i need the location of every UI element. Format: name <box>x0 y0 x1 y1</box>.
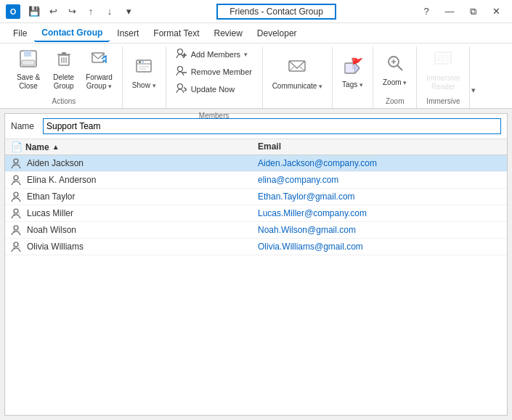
menu-contact-group[interactable]: Contact Group <box>34 25 110 42</box>
update-now-icon <box>176 83 187 96</box>
qat-more[interactable]: ▾ <box>121 4 137 20</box>
ribbon-immersive-buttons: ImmersiveReader <box>421 46 465 96</box>
contact-name: Noah Wilson <box>27 225 76 235</box>
name-column-header[interactable]: 📄 Name ▲ <box>11 141 258 152</box>
contact-name-cell: Olivia Williams <box>11 241 258 252</box>
qat-save[interactable]: 💾 <box>26 4 42 20</box>
add-members-arrow: ▾ <box>244 51 248 58</box>
name-input[interactable] <box>43 118 501 134</box>
window-title: Friends - Contact Group <box>216 4 336 20</box>
immersive-reader-icon <box>433 49 453 72</box>
tags-icon: 🚩 <box>343 58 363 78</box>
save-close-button[interactable]: Save &Close <box>10 47 46 92</box>
ribbon-group-communicate: Communicate ▾ <box>263 46 333 108</box>
members-label: Members <box>199 110 229 123</box>
ribbon-group-immersive: ImmersiveReader Immersive <box>417 46 470 108</box>
svg-rect-14 <box>142 61 144 63</box>
contact-name-cell: Elina K. Anderson <box>11 174 258 186</box>
remove-member-icon <box>176 65 187 79</box>
communicate-button[interactable]: Communicate ▾ <box>267 52 328 96</box>
add-members-label: Add Members <box>191 50 240 59</box>
table-header: 📄 Name ▲ Email <box>5 139 507 155</box>
minimize-button[interactable]: — <box>439 4 460 20</box>
svg-rect-23 <box>289 61 305 71</box>
svg-rect-13 <box>139 61 141 63</box>
title-bar: O 💾 ↩ ↪ ↑ ↓ ▾ Friends - Contact Group ? … <box>0 0 512 23</box>
menu-insert[interactable]: Insert <box>110 25 146 41</box>
menu-format-text[interactable]: Format Text <box>146 25 206 41</box>
title-center: Friends - Contact Group <box>137 4 416 20</box>
ribbon-communicate-buttons: Communicate ▾ <box>267 46 328 104</box>
qat-up[interactable]: ↑ <box>83 4 99 20</box>
communicate-label: Communicate ▾ <box>272 82 322 91</box>
table-row[interactable]: Elina K. Anderson elina@company.com <box>5 172 507 189</box>
ribbon-show-buttons: Show ▾ <box>127 46 161 104</box>
qat-undo[interactable]: ↩ <box>45 4 61 20</box>
immersive-reader-label: ImmersiveReader <box>426 74 460 91</box>
show-icon <box>134 57 153 79</box>
zoom-button[interactable]: Zoom ▾ <box>378 47 412 92</box>
menu-developer[interactable]: Developer <box>250 25 304 41</box>
forward-group-button[interactable]: ForwardGroup ▾ <box>81 47 118 92</box>
forward-group-icon <box>90 49 109 71</box>
tags-label: Tags ▾ <box>342 81 363 89</box>
menu-review[interactable]: Review <box>207 25 250 41</box>
update-now-button[interactable]: Update Now <box>171 81 258 97</box>
table-row[interactable]: Lucas Miller Lucas.Miller@company.com <box>5 205 507 222</box>
ribbon-group-members: Add Members ▾ Remove Member <box>166 46 263 108</box>
outlook-icon: O <box>6 4 20 19</box>
table-row[interactable]: Ethan Taylor Ethan.Taylor@gmail.com <box>5 189 507 205</box>
add-members-icon <box>176 48 187 62</box>
actions-label: Actions <box>52 96 76 108</box>
table-row[interactable]: Olivia Williams Olivia.Williams@gmail.co… <box>5 239 507 255</box>
email-header-label: Email <box>258 141 281 152</box>
delete-group-button[interactable]: DeleteGroup <box>48 47 79 92</box>
contact-name-cell: Aiden Jackson <box>11 157 258 169</box>
person-icon <box>11 191 23 202</box>
add-members-button[interactable]: Add Members ▾ <box>171 46 258 62</box>
title-bar-left: O 💾 ↩ ↪ ↑ ↓ ▾ <box>6 4 137 20</box>
ribbon-expand-button[interactable]: ▾ <box>471 86 476 95</box>
contact-name: Ethan Taylor <box>27 192 76 202</box>
svg-rect-1 <box>24 51 31 57</box>
contact-email-cell: Ethan.Taylor@gmail.com <box>258 192 501 202</box>
content-area: Name 📄 Name ▲ Email Aiden Jackson <box>4 113 508 416</box>
ribbon: Save &Close DeleteGroup <box>0 44 512 109</box>
svg-line-28 <box>397 65 402 70</box>
ribbon-group-zoom: Zoom ▾ Zoom <box>373 46 417 108</box>
ribbon-group-show: Show ▾ <box>123 46 166 108</box>
person-icon <box>11 174 23 186</box>
svg-rect-2 <box>22 60 35 65</box>
table-row[interactable]: Aiden Jackson Aiden.Jackson@company.com <box>5 155 507 172</box>
contact-name: Lucas Miller <box>27 208 73 218</box>
qat-down[interactable]: ↓ <box>102 4 118 20</box>
members-vertical: Add Members ▾ Remove Member <box>171 46 258 107</box>
tags-button[interactable]: 🚩 Tags ▾ <box>337 52 368 96</box>
name-header-label: Name <box>25 142 49 152</box>
ribbon-group-actions: Save &Close DeleteGroup <box>6 46 123 108</box>
zoom-icon <box>385 53 405 76</box>
sort-arrow: ▲ <box>52 143 60 151</box>
qat-redo[interactable]: ↪ <box>64 4 80 20</box>
immersive-reader-button[interactable]: ImmersiveReader <box>421 47 465 92</box>
maximize-button[interactable]: ⧉ <box>463 4 483 20</box>
ribbon-tags-buttons: 🚩 Tags ▾ <box>337 46 368 104</box>
menu-file[interactable]: File <box>6 25 34 41</box>
contact-email-cell: Olivia.Williams@gmail.com <box>258 242 501 252</box>
title-bar-right: ? — ⧉ ✕ <box>416 4 506 20</box>
forward-group-label: ForwardGroup ▾ <box>86 73 113 91</box>
contact-name: Olivia Williams <box>27 242 84 252</box>
person-icon <box>11 157 23 169</box>
show-button[interactable]: Show ▾ <box>127 52 161 96</box>
remove-member-button[interactable]: Remove Member <box>171 64 258 80</box>
contact-email-cell: elina@company.com <box>258 175 501 185</box>
name-row: Name <box>5 114 507 139</box>
help-button[interactable]: ? <box>416 4 436 20</box>
table-row[interactable]: Noah Wilson Noah.Wilson@gmail.com <box>5 222 507 239</box>
email-column-header[interactable]: Email <box>258 141 501 152</box>
contact-name-cell: Ethan Taylor <box>11 191 258 202</box>
svg-point-17 <box>177 49 182 54</box>
name-label: Name <box>11 121 37 131</box>
update-now-label: Update Now <box>191 85 235 94</box>
close-button[interactable]: ✕ <box>486 4 506 20</box>
